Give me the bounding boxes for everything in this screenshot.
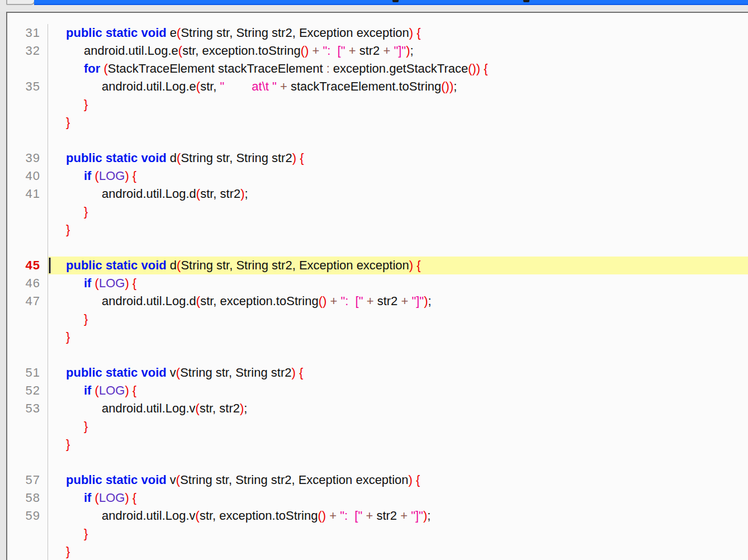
- code-token: exception.getStackTrace: [330, 61, 468, 75]
- code-line[interactable]: if (LOG) {: [48, 167, 748, 185]
- string-token: "]": [411, 294, 424, 308]
- code-row: 41android.util.Log.d(str, str2);: [7, 185, 748, 203]
- code-token: ;: [244, 401, 247, 415]
- line-number: 45: [7, 257, 48, 274]
- code-line[interactable]: android.util.Log.v(str, str2);: [48, 400, 748, 417]
- line-number: 59: [7, 507, 48, 525]
- line-number: 32: [7, 42, 48, 60]
- code-row: [7, 346, 748, 364]
- code-line[interactable]: if (LOG) {: [48, 382, 748, 400]
- bracket-token: }: [66, 437, 70, 451]
- code-token: e: [167, 26, 177, 40]
- line-number: [7, 203, 48, 221]
- code-line[interactable]: }: [48, 543, 748, 560]
- line-number: [7, 543, 48, 560]
- code-line[interactable]: }: [48, 96, 748, 113]
- code-line[interactable]: }: [48, 203, 748, 221]
- keyword-token: public static void: [66, 473, 167, 487]
- code-token: stackTraceElement.toString: [287, 79, 442, 93]
- keyword-token: if: [84, 491, 91, 505]
- operator-token: +: [329, 509, 337, 523]
- operator-token: +: [349, 44, 356, 58]
- constant-token: LOG: [99, 491, 125, 505]
- line-number: 41: [7, 185, 48, 203]
- string-token: ": [": [340, 294, 363, 308]
- line-number: 58: [7, 489, 48, 507]
- line-number: [7, 453, 48, 471]
- code-row: 45public static void d(String str, Strin…: [7, 257, 748, 274]
- text-caret: [49, 258, 51, 273]
- code-line[interactable]: public static void d(String str, String …: [48, 257, 748, 274]
- bracket-token: }: [84, 312, 88, 326]
- code-line[interactable]: if (LOG) {: [48, 489, 748, 507]
- code-line[interactable]: [48, 239, 748, 257]
- code-row: }: [7, 435, 748, 453]
- operator-token: +: [401, 294, 408, 308]
- code-row: }: [7, 543, 748, 560]
- bracket-token: ): [240, 187, 244, 201]
- bracket-token: (: [95, 491, 99, 505]
- code-token: StackTraceElement stackTraceElement: [108, 61, 326, 75]
- code-line[interactable]: [48, 346, 748, 364]
- bracket-token: {: [299, 366, 303, 379]
- code-line[interactable]: public static void e(String str, String …: [48, 24, 748, 42]
- code-token: str, str2: [200, 187, 240, 201]
- bracket-token: }: [84, 205, 88, 219]
- code-line[interactable]: }: [48, 310, 748, 328]
- operator-token: +: [400, 509, 408, 523]
- active-tab-strip[interactable]: [34, 0, 748, 5]
- code-token: str2: [356, 44, 384, 58]
- line-number: 35: [7, 78, 48, 96]
- code-token: v: [167, 366, 176, 379]
- code-row: for (StackTraceElement stackTraceElement…: [7, 60, 748, 78]
- code-row: 57public static void v(String str, Strin…: [7, 471, 748, 489]
- line-number: 46: [7, 274, 48, 292]
- code-line[interactable]: }: [48, 221, 748, 239]
- code-line[interactable]: }: [48, 417, 748, 435]
- line-number: 47: [7, 292, 48, 310]
- code-line[interactable]: }: [48, 113, 748, 131]
- code-line[interactable]: android.util.Log.d(str, exception.toStri…: [48, 292, 748, 310]
- bracket-token: }: [66, 222, 70, 236]
- code-line[interactable]: android.util.Log.e(str, exception.toStri…: [48, 42, 748, 60]
- bracket-token: (): [318, 509, 326, 523]
- code-token: ;: [427, 509, 430, 523]
- code-editor: 31public static void e(String str, Strin…: [6, 12, 748, 560]
- string-token: ": [": [323, 44, 345, 58]
- code-line[interactable]: [48, 453, 748, 471]
- code-line[interactable]: android.util.Log.d(str, str2);: [48, 185, 748, 203]
- bracket-token: (: [95, 276, 99, 290]
- line-number: 31: [7, 24, 48, 42]
- code-row: 32android.util.Log.e(str, exception.toSt…: [7, 42, 748, 60]
- code-line[interactable]: android.util.Log.v(str, exception.toStri…: [48, 507, 748, 525]
- operator-token: +: [367, 294, 374, 308]
- code-line[interactable]: public static void d(String str, String …: [48, 149, 748, 167]
- bracket-token: {: [484, 61, 487, 75]
- line-number: [7, 328, 48, 346]
- code-line[interactable]: }: [48, 328, 748, 346]
- code-token: ;: [453, 79, 457, 93]
- code-line[interactable]: for (StackTraceElement stackTraceElement…: [48, 60, 748, 78]
- line-number: [7, 96, 48, 113]
- code-line[interactable]: }: [48, 525, 748, 543]
- line-number: [7, 346, 48, 364]
- keyword-token: public static void: [66, 366, 167, 379]
- bracket-token: }: [84, 526, 88, 540]
- bracket-token: ): [291, 366, 295, 379]
- bracket-token: {: [132, 276, 136, 290]
- code-line[interactable]: }: [48, 435, 748, 453]
- code-row: }: [7, 96, 748, 113]
- code-row: 35android.util.Log.e(str, " at\t " + sta…: [7, 78, 748, 96]
- code-row: 51public static void v(String str, Strin…: [7, 364, 748, 382]
- bracket-token: {: [416, 473, 420, 487]
- code-line[interactable]: android.util.Log.e(str, " at\t " + stack…: [48, 78, 748, 96]
- string-token: "]": [394, 44, 406, 58]
- code-line[interactable]: if (LOG) {: [48, 274, 748, 292]
- code-line[interactable]: [48, 131, 748, 149]
- bracket-token: {: [300, 151, 304, 165]
- code-line[interactable]: public static void v(String str, String …: [48, 471, 748, 489]
- code-line[interactable]: public static void v(String str, String …: [48, 364, 748, 382]
- line-number: 39: [7, 149, 48, 167]
- operator-token: +: [330, 294, 337, 308]
- inactive-tab-stub[interactable]: [6, 0, 35, 5]
